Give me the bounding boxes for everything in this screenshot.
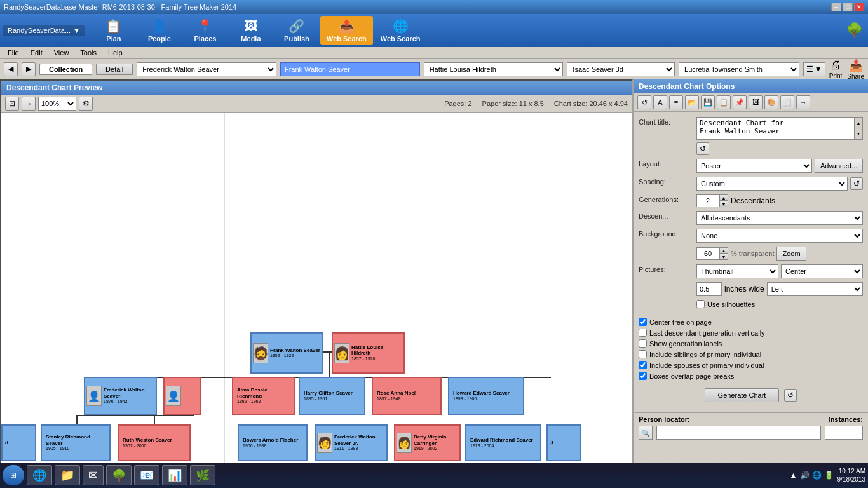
opt-boxes-btn[interactable]: ⬜	[780, 95, 794, 109]
close-button[interactable]: ✕	[854, 3, 864, 11]
use-silhouettes-checkbox[interactable]	[696, 300, 705, 308]
tray-battery-icon[interactable]: 🔋	[824, 471, 834, 480]
transparent-spinner[interactable]: ▲ ▼	[696, 247, 728, 260]
background-select[interactable]: None	[696, 229, 863, 243]
nav-back-button[interactable]: ◀	[4, 62, 18, 76]
person-box-bowers[interactable]: Bowers Arnold Fischer 1906 - 1988	[238, 424, 308, 461]
person-box-harry[interactable]: Harry Clifton Seaver 1885 - 1951	[299, 377, 365, 415]
taskbar-chrome[interactable]: 🌐	[27, 465, 52, 485]
opt-photo-btn[interactable]: 🖼	[749, 95, 763, 109]
boxes-overlap-checkbox[interactable]	[639, 372, 647, 380]
opt-save-btn[interactable]: 💾	[701, 95, 715, 109]
maximize-button[interactable]: □	[843, 3, 853, 11]
app-title-btn[interactable]: RandySeaverData... ▼	[3, 25, 85, 36]
start-button[interactable]: ⊞	[3, 465, 24, 485]
zoom-select[interactable]: 100% 50% 75% 150% 200%	[38, 97, 76, 111]
person-box-alma[interactable]: Alma Bessie Richmond 1882 - 1962	[232, 377, 295, 415]
edit-menu[interactable]: Edit	[25, 48, 48, 57]
opt-open-btn[interactable]: 📂	[685, 95, 699, 109]
taskbar-explorer[interactable]: 📁	[55, 465, 80, 485]
nav-forward-button[interactable]: ▶	[22, 62, 36, 76]
descendants-select[interactable]: All descendants	[696, 211, 863, 225]
generations-input[interactable]	[696, 194, 719, 207]
print-button[interactable]: 🖨 Print	[829, 58, 843, 80]
generate-chart-btn[interactable]: Generate Chart	[705, 388, 780, 402]
web-search-menu-btn[interactable]: 🌐 Web Search	[374, 16, 427, 45]
help-menu[interactable]: Help	[103, 48, 128, 57]
person-box-partial-right[interactable]: J	[546, 424, 581, 461]
options-dropdown-btn[interactable]: ☰ ▼	[803, 62, 825, 76]
chart-canvas[interactable]: 👤 Frederick Walton Seaver 1876 - 1942 👤 …	[1, 113, 632, 473]
places-menu-btn[interactable]: 📍 Places	[183, 16, 227, 45]
person-box-edward[interactable]: Edward Richmond Seaver 1913 - 2004	[465, 424, 541, 461]
taskbar-mail[interactable]: ✉	[83, 465, 104, 485]
layout-select[interactable]: Poster	[696, 159, 812, 173]
include-siblings-checkbox[interactable]	[639, 350, 647, 358]
tray-network-icon[interactable]: 🌐	[812, 471, 822, 480]
chart-title-input[interactable]: Descendant Chart for Frank Walton Seaver	[696, 117, 863, 140]
share-button[interactable]: 📤 Share	[847, 58, 864, 80]
person4-select[interactable]: Isaac Seaver 3d	[567, 62, 675, 76]
person-box-howard[interactable]: Howard Edward Seaver 1893 - 1900	[448, 377, 524, 415]
center-tree-checkbox[interactable]	[639, 318, 647, 326]
person-box-rose[interactable]: Rose Anna Noel 1897 - 1948	[372, 377, 442, 415]
picture-width-input[interactable]	[696, 282, 722, 296]
include-spouses-checkbox[interactable]	[639, 361, 647, 369]
advanced-btn[interactable]: Advanced...	[815, 159, 863, 173]
opt-bg-btn[interactable]: 🎨	[764, 95, 778, 109]
view-menu[interactable]: View	[49, 48, 74, 57]
opt-font-btn[interactable]: A	[653, 95, 667, 109]
taskbar-app1[interactable]: 📊	[162, 465, 187, 485]
title-scroll-down[interactable]: ▼	[855, 128, 862, 139]
opt-copy-btn[interactable]: 📋	[717, 95, 731, 109]
picture-align-select[interactable]: Left	[767, 282, 863, 296]
title-scroll-up[interactable]: ▲	[855, 118, 862, 128]
spacing-select[interactable]: Custom	[696, 177, 848, 191]
person-box-betty[interactable]: 👩 Betty Virginia Carringer 1919 - 2002	[394, 424, 461, 461]
zoom-btn[interactable]: Zoom	[776, 247, 806, 261]
tray-chevron[interactable]: ▲	[790, 471, 797, 480]
opt-refresh-btn[interactable]: ↺	[637, 95, 651, 109]
fit-page-btn[interactable]: ⊡	[5, 97, 19, 111]
gen-spin-up[interactable]: ▲	[719, 194, 728, 201]
opt-lines-btn[interactable]: ≡	[669, 95, 683, 109]
taskbar-ftm[interactable]: 🌳	[106, 465, 132, 485]
trans-spin-down[interactable]: ▼	[719, 254, 728, 260]
taskbar-app2[interactable]: 🌿	[190, 465, 215, 485]
publish-menu-btn[interactable]: 📤 Web Search	[320, 16, 373, 45]
person-box-frank[interactable]: 🧔 Frank Walton Seaver 1852 - 1922	[250, 332, 323, 374]
person-box-partial[interactable]: d	[1, 424, 36, 461]
person-box-frederick-jr[interactable]: 🧑 Frederick Walton Seaver Jr. 1911 - 198…	[315, 424, 388, 461]
minimize-button[interactable]: ─	[831, 3, 841, 11]
title-reset-btn[interactable]: ↺	[696, 142, 709, 155]
zoom-options-btn[interactable]: ⚙	[79, 97, 93, 111]
file-menu[interactable]: File	[3, 48, 24, 57]
person5-select[interactable]: Lucretia Townsend Smith	[679, 62, 799, 76]
pictures-select[interactable]: Thumbnail	[696, 264, 778, 278]
person1-select[interactable]: Frederick Walton Seaver	[137, 62, 276, 76]
time-display[interactable]: 10:12 AM 9/18/2013	[837, 467, 866, 484]
spacing-reset-btn[interactable]: ↺	[850, 177, 863, 190]
person-box-ruth[interactable]: Ruth Weston Seaver 1907 - 2000	[118, 424, 191, 461]
collection-tab[interactable]: Collection	[39, 64, 92, 75]
plan-menu-btn[interactable]: 📋 Plan	[92, 16, 136, 45]
transparent-input[interactable]	[696, 247, 719, 260]
pictures-align-select[interactable]: Center	[781, 264, 863, 278]
instances-input[interactable]	[825, 426, 863, 440]
gen-spin-down[interactable]: ▼	[719, 201, 728, 207]
show-gen-checkbox[interactable]	[639, 339, 647, 348]
person-box-frederick[interactable]: 👤 Frederick Walton Seaver 1876 - 1942	[84, 377, 157, 415]
person3-select[interactable]: Hattie Louisa Hildreth	[424, 62, 564, 76]
generations-spinner[interactable]: ▲ ▼	[696, 194, 728, 207]
person-locator-input[interactable]	[656, 426, 821, 440]
last-desc-checkbox[interactable]	[639, 329, 647, 337]
people-menu-btn[interactable]: 👤 People	[137, 16, 182, 45]
taskbar-email2[interactable]: 📧	[134, 465, 159, 485]
person-box-stanley[interactable]: Stanley Richmond Seaver 1905 - 1910	[41, 424, 111, 461]
detail-tab[interactable]: Detail	[96, 64, 133, 75]
sources-menu-btn[interactable]: 🔗 Publish	[275, 16, 319, 45]
tools-menu[interactable]: Tools	[75, 48, 102, 57]
title-scroll[interactable]: ▲ ▼	[854, 117, 863, 140]
person-box-fred-wife[interactable]: 👤	[163, 377, 201, 415]
person-box-hattie[interactable]: 👩 Hattie Louisa Hildreth 1857 - 1920	[332, 332, 405, 374]
